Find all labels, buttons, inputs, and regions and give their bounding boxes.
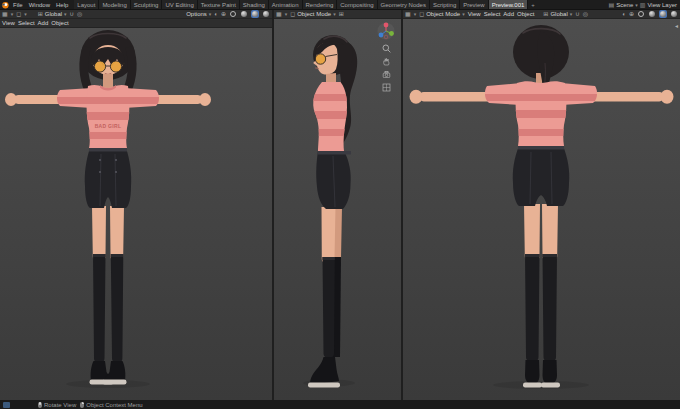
mode-cube-icon: ◻: [419, 10, 424, 19]
orientation-icon: ⊞: [543, 10, 548, 19]
mode-label: Object Mode: [297, 10, 331, 19]
scene-icon: ▤: [609, 0, 615, 10]
mode-caret-icon: ▾: [462, 10, 465, 19]
mode-label: Object Mode: [426, 10, 460, 19]
mode-cube-icon: ◻: [290, 10, 295, 19]
tab-preview[interactable]: Preview: [460, 0, 488, 10]
editor-type-dropdown-icon[interactable]: ▾: [414, 10, 417, 19]
mouse-middle-icon: [38, 402, 42, 408]
orientation-dropdown[interactable]: ⊞ Global ▾: [543, 10, 572, 19]
orientation-caret-icon: ▾: [570, 10, 573, 19]
proportional-editing-icon[interactable]: ◎: [77, 10, 82, 19]
topbar-scene-controls: ▤ Scene ▾ ▥ View Layer: [609, 0, 680, 10]
statusbar: Rotate View Object Context Menu: [0, 400, 680, 409]
options-label: Options: [186, 10, 207, 19]
blender-logo-glyph: [1, 1, 9, 9]
scene-selector[interactable]: Scene: [616, 0, 633, 10]
gizmos-toggle-icon[interactable]: ⊕: [221, 10, 226, 19]
statusbar-hint-label: Object Context Menu: [86, 402, 142, 408]
orientation-label: Global: [45, 10, 62, 19]
tab-texture-paint[interactable]: Texture Paint: [198, 0, 240, 10]
overlays-icon[interactable]: ◐: [622, 10, 626, 19]
viewport-front[interactable]: ▦ ▾ ◻ ▾ ⊞ Global ▾ ∪ ◎ Options ▾ ◐ ⊕: [0, 10, 274, 400]
menu-object[interactable]: Object: [51, 19, 68, 28]
orientation-label: Global: [550, 10, 567, 19]
mouse-right-icon: [80, 402, 84, 408]
editor-type-dropdown-icon[interactable]: ▾: [285, 10, 288, 19]
statusbar-editor-icon: [3, 402, 10, 408]
tab-rendering[interactable]: Rendering: [303, 0, 338, 10]
editor-type-icon[interactable]: ▦: [2, 10, 8, 19]
viewport-side[interactable]: ▦ ▾ ◻ Object Mode ▾ ⊞: [274, 10, 403, 400]
menu-object[interactable]: Object: [517, 10, 534, 19]
shading-rendered-icon[interactable]: [262, 10, 270, 18]
workspace: ▦ ▾ ◻ ▾ ⊞ Global ▾ ∪ ◎ Options ▾ ◐ ⊕: [0, 10, 680, 400]
menu-view[interactable]: View: [468, 10, 481, 19]
snap-magnet-icon[interactable]: ∪: [70, 10, 74, 19]
editor-type-icon[interactable]: ▦: [405, 10, 411, 19]
view-layer-icon: ▥: [640, 0, 646, 10]
menu-add[interactable]: Add: [503, 10, 514, 19]
menu-help[interactable]: Help: [53, 0, 71, 10]
menu-view[interactable]: View: [2, 19, 15, 28]
character-front-view[interactable]: BAD GIRL: [0, 28, 272, 400]
menu-window[interactable]: Window: [26, 0, 53, 10]
tab-layout[interactable]: Layout: [74, 0, 99, 10]
menu-select[interactable]: Select: [484, 10, 501, 19]
shading-material-preview-icon[interactable]: [251, 10, 259, 18]
viewport-side-header: ▦ ▾ ◻ Object Mode ▾ ⊞: [274, 10, 401, 19]
shading-material-preview-icon[interactable]: [659, 10, 667, 18]
scene-dropdown-icon[interactable]: ▾: [635, 0, 638, 10]
character-back-view[interactable]: [403, 19, 680, 400]
tab-sculpting[interactable]: Sculpting: [131, 0, 163, 10]
shading-solid-icon[interactable]: [648, 10, 656, 18]
mode-caret-icon: ▾: [333, 10, 336, 19]
mode-dropdown[interactable]: ◻ Object Mode ▾: [290, 10, 336, 19]
snap-magnet-icon[interactable]: ∪: [575, 10, 579, 19]
proportional-editing-icon[interactable]: ◎: [583, 10, 588, 19]
orientation-icon[interactable]: ⊞: [339, 10, 344, 19]
menu-select[interactable]: Select: [18, 19, 35, 28]
viewport-front-header-row1: ▦ ▾ ◻ ▾ ⊞ Global ▾ ∪ ◎ Options ▾ ◐ ⊕: [0, 10, 272, 19]
viewport-back[interactable]: ▦ ▾ ◻ Object Mode ▾ View Select Add Obje…: [403, 10, 680, 400]
menu-add[interactable]: Add: [38, 19, 49, 28]
shading-solid-icon[interactable]: [240, 10, 248, 18]
gizmos-toggle-icon[interactable]: ⊕: [629, 10, 634, 19]
shading-wireframe-icon[interactable]: [229, 10, 237, 18]
tab-uv-editing[interactable]: UV Editing: [162, 0, 197, 10]
tab-modeling[interactable]: Modeling: [99, 0, 130, 10]
statusbar-hint-context-menu: Object Context Menu: [80, 402, 142, 408]
add-workspace-button[interactable]: +: [528, 0, 538, 10]
viewport-front-header-row2: View Select Add Object: [0, 19, 272, 28]
overlays-icon[interactable]: ◐: [214, 10, 218, 19]
tab-scripting[interactable]: Scripting: [430, 0, 460, 10]
statusbar-hint-rotate: Rotate View: [38, 402, 76, 408]
editor-type-dropdown-icon[interactable]: ▾: [11, 10, 14, 19]
tab-shading[interactable]: Shading: [240, 0, 269, 10]
options-caret-icon: ▾: [209, 10, 212, 19]
blender-logo-icon[interactable]: [0, 0, 10, 10]
view-layer-selector[interactable]: View Layer: [647, 0, 677, 10]
workspace-tabs: Layout Modeling Sculpting UV Editing Tex…: [74, 0, 537, 10]
editor-type-icon[interactable]: ▦: [276, 10, 282, 19]
shading-rendered-icon[interactable]: [670, 10, 678, 18]
tab-geometry-nodes[interactable]: Geometry Nodes: [378, 0, 430, 10]
statusbar-hint-label: Rotate View: [44, 402, 76, 408]
mode-dropdown[interactable]: ◻ Object Mode ▾: [419, 10, 465, 19]
menu-file[interactable]: File: [10, 0, 26, 10]
tab-preview-001[interactable]: Preview.001: [489, 0, 529, 10]
shirt-text: BAD GIRL: [95, 123, 122, 129]
tab-compositing[interactable]: Compositing: [337, 0, 377, 10]
character-side-view[interactable]: [274, 19, 401, 400]
shading-wireframe-icon[interactable]: [637, 10, 645, 18]
tab-animation[interactable]: Animation: [269, 0, 303, 10]
viewport-back-header: ▦ ▾ ◻ Object Mode ▾ View Select Add Obje…: [403, 10, 680, 19]
options-dropdown[interactable]: Options ▾: [186, 10, 211, 19]
mode-cube-icon[interactable]: ◻: [16, 10, 21, 19]
orientation-icon: ⊞: [38, 10, 43, 19]
mode-dropdown-icon[interactable]: ▾: [24, 10, 27, 19]
blender-window: File Window Help Layout Modeling Sculpti…: [0, 0, 680, 409]
orientation-dropdown[interactable]: ⊞ Global ▾: [38, 10, 67, 19]
topbar: File Window Help Layout Modeling Sculpti…: [0, 0, 680, 10]
orientation-caret-icon: ▾: [64, 10, 67, 19]
